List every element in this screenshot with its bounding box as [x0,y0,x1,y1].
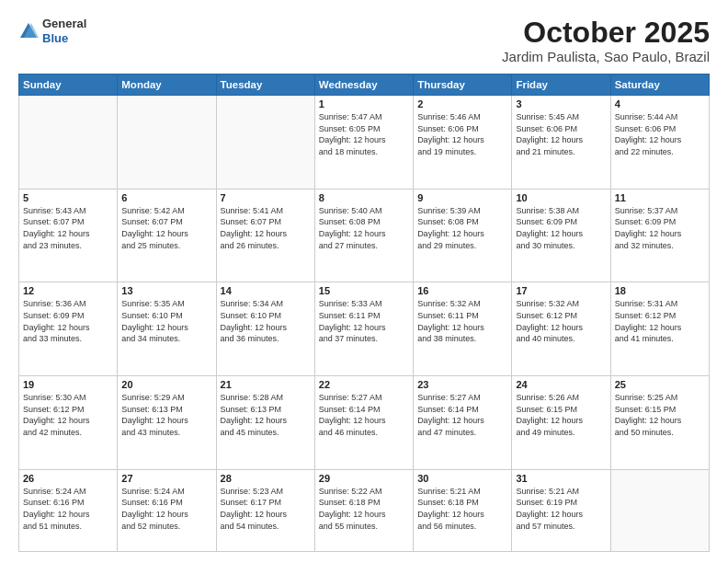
day-info: Sunrise: 5:36 AM Sunset: 6:09 PM Dayligh… [23,298,113,344]
calendar-week-1: 1Sunrise: 5:47 AM Sunset: 6:05 PM Daylig… [19,96,710,190]
table-row: 25Sunrise: 5:25 AM Sunset: 6:15 PM Dayli… [610,376,709,470]
calendar-week-2: 5Sunrise: 5:43 AM Sunset: 6:07 PM Daylig… [19,189,710,282]
calendar-week-3: 12Sunrise: 5:36 AM Sunset: 6:09 PM Dayli… [19,282,710,376]
day-number: 13 [121,285,211,296]
day-number: 5 [23,192,113,203]
day-number: 20 [121,379,211,390]
table-row: 9Sunrise: 5:39 AM Sunset: 6:08 PM Daylig… [414,189,512,282]
table-row: 29Sunrise: 5:22 AM Sunset: 6:18 PM Dayli… [314,469,413,551]
day-info: Sunrise: 5:29 AM Sunset: 6:13 PM Dayligh… [121,392,211,438]
day-info: Sunrise: 5:25 AM Sunset: 6:15 PM Dayligh… [615,392,705,438]
day-number: 15 [319,285,409,296]
day-info: Sunrise: 5:34 AM Sunset: 6:10 PM Dayligh… [221,298,311,344]
calendar-table: SundayMondayTuesdayWednesdayThursdayFrid… [18,74,710,552]
page: General Blue October 2025 Jardim Paulist… [0,0,728,563]
table-row: 31Sunrise: 5:21 AM Sunset: 6:19 PM Dayli… [512,469,610,551]
table-row: 7Sunrise: 5:41 AM Sunset: 6:07 PM Daylig… [216,189,314,282]
day-info: Sunrise: 5:44 AM Sunset: 6:06 PM Dayligh… [615,111,705,157]
weekday-header-row: SundayMondayTuesdayWednesdayThursdayFrid… [19,75,710,96]
table-row: 11Sunrise: 5:37 AM Sunset: 6:09 PM Dayli… [610,189,709,282]
calendar-week-5: 26Sunrise: 5:24 AM Sunset: 6:16 PM Dayli… [19,469,710,551]
day-info: Sunrise: 5:30 AM Sunset: 6:12 PM Dayligh… [23,392,113,438]
day-number: 2 [417,98,507,109]
day-number: 6 [121,192,211,203]
day-number: 16 [417,285,507,296]
month-title: October 2025 [502,17,710,49]
table-row: 19Sunrise: 5:30 AM Sunset: 6:12 PM Dayli… [19,376,118,470]
day-info: Sunrise: 5:24 AM Sunset: 6:16 PM Dayligh… [121,486,211,532]
day-info: Sunrise: 5:42 AM Sunset: 6:07 PM Dayligh… [121,205,211,251]
day-info: Sunrise: 5:38 AM Sunset: 6:09 PM Dayligh… [516,205,606,251]
day-number: 12 [23,285,113,296]
day-number: 22 [319,379,409,390]
day-info: Sunrise: 5:28 AM Sunset: 6:13 PM Dayligh… [221,392,311,438]
day-number: 4 [615,98,705,109]
table-row [216,96,314,190]
day-number: 18 [615,285,705,296]
weekday-thursday: Thursday [414,75,512,96]
table-row: 2Sunrise: 5:46 AM Sunset: 6:06 PM Daylig… [414,96,512,190]
day-number: 24 [516,379,606,390]
table-row: 27Sunrise: 5:24 AM Sunset: 6:16 PM Dayli… [118,469,216,551]
table-row: 3Sunrise: 5:45 AM Sunset: 6:06 PM Daylig… [512,96,610,190]
table-row: 30Sunrise: 5:21 AM Sunset: 6:18 PM Dayli… [414,469,512,551]
table-row: 13Sunrise: 5:35 AM Sunset: 6:10 PM Dayli… [118,282,216,376]
table-row: 1Sunrise: 5:47 AM Sunset: 6:05 PM Daylig… [314,96,413,190]
day-info: Sunrise: 5:22 AM Sunset: 6:18 PM Dayligh… [319,486,409,532]
table-row: 22Sunrise: 5:27 AM Sunset: 6:14 PM Dayli… [314,376,413,470]
location-subtitle: Jardim Paulista, Sao Paulo, Brazil [502,49,710,64]
table-row: 23Sunrise: 5:27 AM Sunset: 6:14 PM Dayli… [414,376,512,470]
day-number: 25 [615,379,705,390]
day-info: Sunrise: 5:33 AM Sunset: 6:11 PM Dayligh… [319,298,409,344]
table-row: 8Sunrise: 5:40 AM Sunset: 6:08 PM Daylig… [314,189,413,282]
day-info: Sunrise: 5:26 AM Sunset: 6:15 PM Dayligh… [516,392,606,438]
day-number: 14 [221,285,311,296]
day-info: Sunrise: 5:32 AM Sunset: 6:11 PM Dayligh… [417,298,507,344]
day-info: Sunrise: 5:31 AM Sunset: 6:12 PM Dayligh… [615,298,705,344]
table-row: 20Sunrise: 5:29 AM Sunset: 6:13 PM Dayli… [118,376,216,470]
day-number: 19 [23,379,113,390]
day-info: Sunrise: 5:41 AM Sunset: 6:07 PM Dayligh… [221,205,311,251]
table-row: 18Sunrise: 5:31 AM Sunset: 6:12 PM Dayli… [610,282,709,376]
weekday-sunday: Sunday [19,75,118,96]
day-info: Sunrise: 5:21 AM Sunset: 6:19 PM Dayligh… [516,486,606,532]
day-info: Sunrise: 5:35 AM Sunset: 6:10 PM Dayligh… [121,298,211,344]
day-number: 1 [319,98,409,109]
calendar-week-4: 19Sunrise: 5:30 AM Sunset: 6:12 PM Dayli… [19,376,710,470]
logo-blue-text: Blue [42,31,86,46]
day-number: 30 [417,473,507,484]
logo-general-text: General [42,17,86,31]
day-number: 27 [121,473,211,484]
day-info: Sunrise: 5:40 AM Sunset: 6:08 PM Dayligh… [319,205,409,251]
day-info: Sunrise: 5:47 AM Sunset: 6:05 PM Dayligh… [319,111,409,157]
day-info: Sunrise: 5:43 AM Sunset: 6:07 PM Dayligh… [23,205,113,251]
table-row: 5Sunrise: 5:43 AM Sunset: 6:07 PM Daylig… [19,189,118,282]
header: General Blue October 2025 Jardim Paulist… [18,17,710,64]
table-row: 10Sunrise: 5:38 AM Sunset: 6:09 PM Dayli… [512,189,610,282]
day-info: Sunrise: 5:39 AM Sunset: 6:08 PM Dayligh… [417,205,507,251]
logo-icon [18,21,39,41]
day-number: 31 [516,473,606,484]
day-number: 23 [417,379,507,390]
day-number: 11 [615,192,705,203]
day-number: 28 [221,473,311,484]
day-info: Sunrise: 5:32 AM Sunset: 6:12 PM Dayligh… [516,298,606,344]
day-info: Sunrise: 5:23 AM Sunset: 6:17 PM Dayligh… [221,486,311,532]
day-number: 29 [319,473,409,484]
title-section: October 2025 Jardim Paulista, Sao Paulo,… [502,17,710,64]
day-info: Sunrise: 5:27 AM Sunset: 6:14 PM Dayligh… [417,392,507,438]
day-info: Sunrise: 5:37 AM Sunset: 6:09 PM Dayligh… [615,205,705,251]
table-row: 17Sunrise: 5:32 AM Sunset: 6:12 PM Dayli… [512,282,610,376]
table-row: 24Sunrise: 5:26 AM Sunset: 6:15 PM Dayli… [512,376,610,470]
day-info: Sunrise: 5:24 AM Sunset: 6:16 PM Dayligh… [23,486,113,532]
day-number: 3 [516,98,606,109]
weekday-saturday: Saturday [610,75,709,96]
day-info: Sunrise: 5:45 AM Sunset: 6:06 PM Dayligh… [516,111,606,157]
day-number: 17 [516,285,606,296]
table-row [118,96,216,190]
table-row: 12Sunrise: 5:36 AM Sunset: 6:09 PM Dayli… [19,282,118,376]
table-row: 21Sunrise: 5:28 AM Sunset: 6:13 PM Dayli… [216,376,314,470]
table-row: 14Sunrise: 5:34 AM Sunset: 6:10 PM Dayli… [216,282,314,376]
day-number: 26 [23,473,113,484]
table-row: 26Sunrise: 5:24 AM Sunset: 6:16 PM Dayli… [19,469,118,551]
